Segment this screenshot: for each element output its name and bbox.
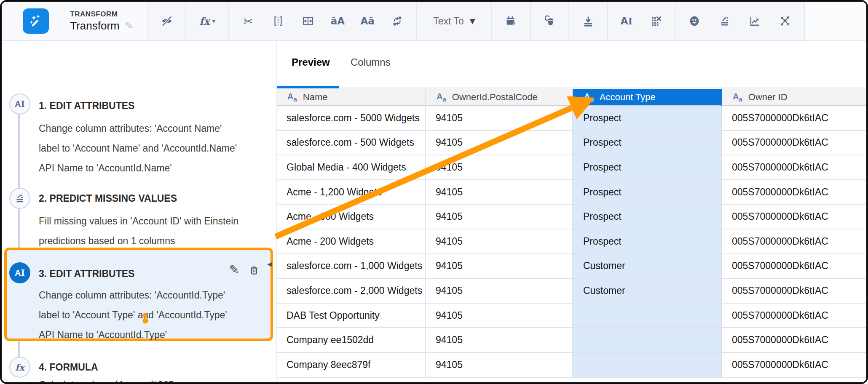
preview-panel: Preview Columns AaNameAaOwnerId.PostalCo… (276, 40, 866, 382)
replace-values-button[interactable] (386, 10, 408, 32)
tab-preview[interactable]: Preview (292, 56, 330, 68)
hide-column-button[interactable] (156, 10, 178, 32)
steps-panel: AI 1. EDIT ATTRIBUTES Change column attr… (2, 40, 277, 382)
table-cell: Prospect (573, 180, 722, 205)
node-title: Transform (70, 19, 120, 32)
table-row: Acme - 600 Widgets94105Prospect005S70000… (276, 205, 866, 229)
text-type-icon: Aa (437, 92, 446, 102)
split-column-button[interactable]: ✂ (237, 10, 259, 32)
table-cell: 94105 (426, 254, 573, 279)
calendar-edit-icon (505, 15, 517, 27)
edit-attributes-button[interactable]: AI (616, 10, 638, 32)
bucket-icon (544, 15, 556, 27)
eye-slash-icon (161, 15, 173, 27)
preview-table: AaNameAaOwnerId.PostalCodeAaAccount Type… (276, 89, 866, 382)
column-header-account-type[interactable]: AaAccount Type (573, 89, 722, 106)
table-row: salesforce.com - 1,000 Widgets94105Custo… (276, 254, 866, 279)
table-cell: 005S7000000Dk6tIAC (722, 155, 866, 180)
table-cell: DAB Test Opportunity (276, 304, 426, 328)
scissors-icon: ✂ (244, 16, 253, 27)
text-type-icon: Aa (733, 92, 742, 102)
table-cell: 005S7000000Dk6tIAC (722, 106, 866, 131)
bucket-column-button[interactable] (539, 10, 561, 32)
change-case-icon: Aā (361, 16, 375, 26)
predict-missing-values-button[interactable] (714, 10, 736, 32)
trim-case-icon: āA (331, 16, 345, 26)
table-cell (573, 304, 722, 328)
edit-attributes-step-icon: AI (9, 262, 30, 283)
tab-bar: Preview Columns (276, 40, 866, 88)
trim-whitespace-button[interactable]: āA (327, 10, 348, 32)
tab-columns[interactable]: Columns (351, 56, 391, 68)
toolbar-spacer (805, 2, 866, 40)
table-cell: salesforce.com - 1,000 Widgets (276, 254, 426, 279)
step-description: Calculate values: [Amount]*365 (39, 375, 275, 384)
column-header-label: OwnerId.PostalCode (452, 92, 538, 103)
trash-icon[interactable] (248, 264, 260, 276)
collapse-panel-icon[interactable]: ◂ (267, 259, 272, 269)
rename-icon[interactable]: ✎ (125, 20, 133, 32)
step-title: 2. PREDICT MISSING VALUES (39, 193, 177, 204)
table-cell: 94105 (426, 106, 573, 131)
column-header-label: Owner ID (748, 92, 788, 103)
delete-columns-icon (650, 15, 662, 27)
smiley-icon (688, 15, 701, 27)
column-header-ownerid-postalcode[interactable]: AaOwnerId.PostalCode (426, 89, 573, 106)
text-type-icon: Aa (584, 92, 594, 102)
table-cell (573, 353, 722, 378)
predict-missing-icon (718, 15, 731, 27)
edit-step-icon[interactable]: ✎ (229, 263, 239, 277)
column-header-label: Account Type (600, 92, 656, 103)
download-button[interactable] (577, 10, 599, 32)
line-chart-icon (748, 15, 761, 27)
table-cell: 005S7000000Dk6tIAC (722, 254, 866, 279)
edit-attributes-icon: AI (621, 16, 633, 26)
table-cell: 005S7000000Dk6tIAC (722, 229, 866, 254)
column-header-label: Name (303, 92, 328, 103)
predict-missing-step-icon (9, 188, 30, 209)
trend-chart-button[interactable] (744, 10, 766, 32)
table-row: salesforce.com - 500 Widgets94105Prospec… (276, 131, 866, 156)
table-cell: Prospect (573, 155, 722, 180)
download-icon (582, 15, 595, 27)
table-cell: Customer (573, 279, 722, 304)
column-header-name[interactable]: AaName (276, 89, 426, 106)
formula-dropdown-button[interactable]: fx ▾ (190, 10, 224, 32)
fx-icon: fx (199, 15, 210, 27)
column-width-button[interactable] (297, 10, 319, 32)
edit-attributes-step-icon: AI (9, 93, 30, 115)
table-header-row: AaNameAaOwnerId.PostalCodeAaAccount Type… (276, 89, 866, 106)
table-cell: Acme - 1,200 Widgets (276, 180, 426, 205)
network-icon (779, 15, 791, 27)
transform-node-icon (23, 8, 49, 34)
change-case-button[interactable]: Aā (356, 10, 378, 32)
table-row: Company ee1502dd94105005S7000000Dk6tIAC (276, 328, 866, 353)
table-cell (573, 328, 722, 353)
delete-columns-button[interactable] (645, 10, 667, 32)
text-to-dropdown[interactable]: Text To ▼ (429, 16, 480, 27)
table-row: Company 8eec879f94105005S7000000Dk6tIAC (276, 353, 866, 378)
resize-arrows-icon (302, 15, 314, 27)
table-cell: 94105 (426, 353, 573, 378)
table-cell: Customer (573, 254, 722, 279)
table-row: DAB Test Opportunity94105005S7000000Dk6t… (276, 304, 866, 328)
table-cell: Acme - 600 Widgets (276, 205, 426, 229)
table-cell: salesforce.com - 500 Widgets (276, 131, 426, 156)
table-cell: 005S7000000Dk6tIAC (722, 328, 866, 353)
cluster-button[interactable] (774, 10, 796, 32)
sentiment-button[interactable] (683, 10, 705, 32)
extract-column-button[interactable] (267, 10, 289, 32)
swap-arrows-icon (391, 15, 404, 27)
transform-editor-window: TRANSFORM Transform ✎ fx ▾ (0, 0, 868, 384)
edit-date-button[interactable] (500, 10, 522, 32)
step-title: 4. FORMULA (39, 362, 98, 373)
step-description: Change column attributes: 'Account Name'… (39, 119, 275, 178)
predict-missing-icon (14, 193, 25, 204)
table-cell: salesforce.com - 2,000 Widgets (276, 279, 426, 304)
table-cell: 005S7000000Dk6tIAC (722, 180, 866, 205)
table-cell: 005S7000000Dk6tIAC (722, 131, 866, 156)
table-cell: 94105 (426, 180, 573, 205)
table-cell: Prospect (573, 106, 722, 131)
text-type-icon: Aa (287, 92, 297, 102)
column-header-owner-id[interactable]: AaOwner ID (722, 89, 866, 106)
